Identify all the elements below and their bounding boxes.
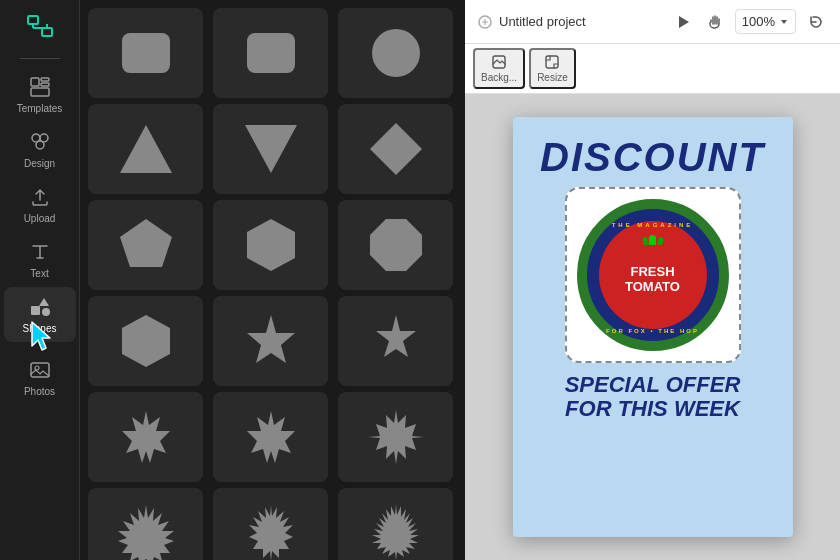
sidebar-label-photos: Photos <box>24 386 55 397</box>
svg-rect-16 <box>31 363 49 377</box>
svg-rect-7 <box>41 83 49 86</box>
top-bar-actions: 100% <box>671 9 828 34</box>
svg-marker-34 <box>249 505 293 560</box>
sub-toolbar: Backg... Resize <box>465 44 840 94</box>
shape-hexagon[interactable] <box>213 200 328 290</box>
shape-starburst-10[interactable] <box>88 488 203 560</box>
sidebar: Templates Design Upload Text <box>0 0 80 560</box>
svg-marker-30 <box>122 411 170 463</box>
svg-marker-28 <box>247 315 295 363</box>
shape-triangle-down[interactable] <box>213 104 328 194</box>
svg-marker-29 <box>376 315 416 357</box>
svg-marker-33 <box>118 505 174 560</box>
sidebar-label-text: Text <box>30 268 48 279</box>
design-icon <box>28 130 52 154</box>
tomato-text-line2: TOMATO <box>625 279 680 294</box>
svg-rect-1 <box>42 28 52 36</box>
svg-point-14 <box>42 308 50 316</box>
shape-rounded-rect-1[interactable] <box>88 8 203 98</box>
svg-marker-27 <box>122 315 170 367</box>
project-icon <box>477 14 493 30</box>
photos-icon <box>28 358 52 382</box>
circular-text-top: THE MAGAZINE <box>587 213 719 231</box>
svg-marker-32 <box>368 410 424 464</box>
svg-marker-35 <box>372 504 419 560</box>
chevron-down-icon <box>779 17 789 27</box>
shape-star-5[interactable] <box>338 296 453 386</box>
svg-marker-13 <box>39 298 49 306</box>
special-offer-text: SPECIAL OFFER FOR THIS WEEK <box>565 373 741 421</box>
special-offer-line2: FOR THIS WEEK <box>565 397 741 421</box>
svg-rect-6 <box>41 78 49 81</box>
play-button[interactable] <box>671 10 695 34</box>
svg-marker-22 <box>245 125 297 173</box>
sidebar-item-shapes[interactable]: Shapes <box>4 287 76 342</box>
sidebar-item-text[interactable]: Text <box>4 232 76 287</box>
discount-text: DISCOUNT <box>540 137 765 177</box>
sidebar-label-templates: Templates <box>17 103 63 114</box>
shape-circle[interactable] <box>338 8 453 98</box>
shapes-panel <box>80 0 465 560</box>
shape-hexagon2[interactable] <box>88 296 203 386</box>
svg-rect-19 <box>247 33 295 73</box>
background-button[interactable]: Backg... <box>473 48 525 89</box>
shape-starburst-spiky[interactable] <box>338 488 453 560</box>
svg-rect-5 <box>31 78 39 86</box>
text-icon <box>28 240 52 264</box>
circular-text-bottom: FOR FOX • THE HOP <box>587 319 719 337</box>
svg-rect-8 <box>31 88 49 96</box>
app-logo <box>22 8 58 44</box>
project-title: Untitled project <box>499 14 586 29</box>
background-label: Backg... <box>481 72 517 83</box>
top-bar: Untitled project 100% <box>465 0 840 44</box>
templates-icon <box>28 75 52 99</box>
shape-star-7[interactable] <box>88 392 203 482</box>
tomato-leaves <box>643 235 663 245</box>
shape-star-8[interactable] <box>213 392 328 482</box>
tomato-text-line1: FRESH <box>630 264 674 279</box>
zoom-control[interactable]: 100% <box>735 9 796 34</box>
svg-rect-40 <box>546 56 558 68</box>
logo-box[interactable]: FRESH TOMATO THE MAGAZINE FOR FOX • THE … <box>565 187 741 363</box>
zoom-value: 100% <box>742 14 775 29</box>
svg-marker-24 <box>120 219 172 267</box>
svg-marker-38 <box>781 20 787 24</box>
project-title-area: Untitled project <box>477 14 586 30</box>
sidebar-item-templates[interactable]: Templates <box>4 67 76 122</box>
shapes-grid <box>88 8 457 560</box>
special-offer-line1: SPECIAL OFFER <box>565 373 741 397</box>
svg-marker-31 <box>247 411 295 463</box>
resize-label: Resize <box>537 72 568 83</box>
svg-point-17 <box>35 366 39 370</box>
hand-tool-button[interactable] <box>703 10 727 34</box>
shape-star-9[interactable] <box>338 392 453 482</box>
shape-pentagon[interactable] <box>88 200 203 290</box>
shape-diamond[interactable] <box>338 104 453 194</box>
cursor-indicator <box>26 318 62 356</box>
svg-marker-37 <box>679 16 689 28</box>
shape-octagon[interactable] <box>338 200 453 290</box>
undo-button[interactable] <box>804 10 828 34</box>
sidebar-item-design[interactable]: Design <box>4 122 76 177</box>
svg-marker-26 <box>370 219 422 271</box>
logo-circle: FRESH TOMATO THE MAGAZINE FOR FOX • THE … <box>577 199 729 351</box>
svg-marker-23 <box>370 123 422 175</box>
shape-rounded-rect-2[interactable] <box>213 8 328 98</box>
shape-starburst-12[interactable] <box>213 488 328 560</box>
sidebar-item-upload[interactable]: Upload <box>4 177 76 232</box>
right-panel: Untitled project 100% <box>465 0 840 560</box>
resize-button[interactable]: Resize <box>529 48 576 89</box>
sidebar-divider <box>20 58 60 59</box>
shape-triangle-up[interactable] <box>88 104 203 194</box>
svg-point-11 <box>36 141 44 149</box>
sidebar-label-upload: Upload <box>24 213 56 224</box>
canvas-document: DISCOUNT FRESH TOMATO <box>513 117 793 537</box>
svg-point-20 <box>372 29 420 77</box>
shape-star-6[interactable] <box>213 296 328 386</box>
sidebar-item-photos[interactable]: Photos <box>4 350 76 405</box>
svg-rect-18 <box>122 33 170 73</box>
tomato-badge: FRESH TOMATO <box>599 221 707 329</box>
sidebar-label-design: Design <box>24 158 55 169</box>
svg-rect-0 <box>28 16 38 24</box>
svg-marker-21 <box>120 125 172 173</box>
